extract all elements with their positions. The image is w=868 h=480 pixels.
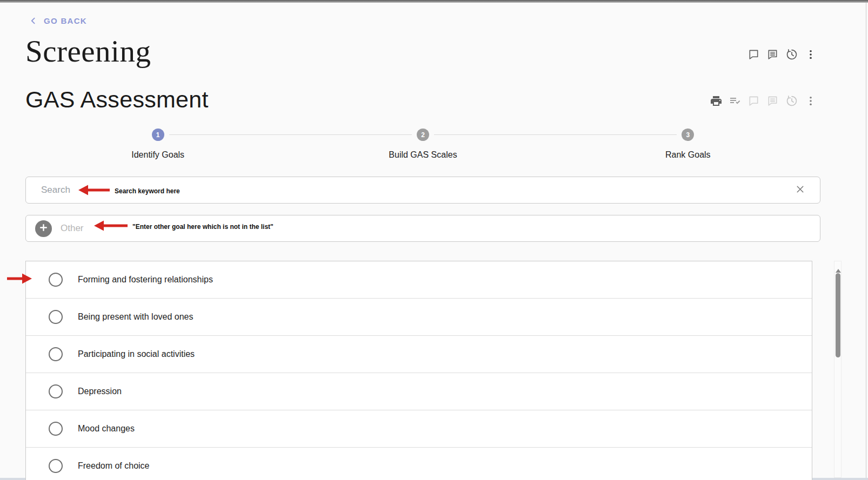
other-goal-input[interactable] xyxy=(52,222,820,234)
goal-option[interactable]: Forming and fostering relationships xyxy=(26,261,812,299)
plus-icon xyxy=(39,223,48,234)
search-input[interactable] xyxy=(26,184,794,196)
stepper-connector xyxy=(25,134,147,135)
step-number-badge: 2 xyxy=(417,129,429,141)
playlist-check-icon xyxy=(729,94,742,107)
goal-option[interactable]: Depression xyxy=(26,373,812,410)
more-menu-icon xyxy=(805,95,817,107)
step-label: Rank Goals xyxy=(665,150,711,160)
goal-label: Forming and fostering relationships xyxy=(78,275,213,285)
goal-label: Freedom of choice xyxy=(78,461,150,471)
stepper-step-identify-goals[interactable]: 1 Identify Goals xyxy=(25,129,290,160)
close-icon xyxy=(794,184,806,197)
step-label: Build GAS Scales xyxy=(389,150,457,160)
comment-filled-button[interactable] xyxy=(766,48,779,61)
radio-icon[interactable] xyxy=(49,310,63,324)
scrollbar-thumb[interactable] xyxy=(836,273,840,357)
history-icon xyxy=(785,48,798,61)
step-label: Identify Goals xyxy=(131,150,184,160)
goal-label: Depression xyxy=(78,387,122,396)
more-menu-icon xyxy=(805,49,817,60)
goal-label: Participating in social activities xyxy=(78,349,195,359)
goal-label: Being present with loved ones xyxy=(78,312,193,322)
search-box xyxy=(25,177,820,204)
form-title: GAS Assessment xyxy=(25,86,209,113)
other-goal-box xyxy=(25,215,820,242)
stepper-step-rank-goals[interactable]: 3 Rank Goals xyxy=(556,129,820,160)
more-menu-button[interactable] xyxy=(804,94,817,107)
stepper-connector xyxy=(434,134,556,135)
radio-icon[interactable] xyxy=(49,384,63,398)
go-back-link[interactable]: GO BACK xyxy=(30,16,87,25)
window-right-edge xyxy=(866,3,868,480)
step-number-badge: 3 xyxy=(682,129,694,141)
comment-button[interactable] xyxy=(747,48,760,61)
stepper-connector xyxy=(556,134,677,135)
page-title: Screening xyxy=(25,33,151,69)
chevron-left-icon xyxy=(30,17,37,24)
comment-icon xyxy=(747,48,760,60)
comment-filled-button-disabled[interactable] xyxy=(766,94,779,107)
history-button[interactable] xyxy=(785,48,798,61)
window-top-edge xyxy=(0,0,868,3)
playlist-check-button[interactable] xyxy=(728,94,742,107)
comment-button-disabled[interactable] xyxy=(747,94,760,107)
goal-option[interactable]: Being present with loved ones xyxy=(26,299,812,336)
go-back-label: GO BACK xyxy=(44,16,87,25)
screening-page: GO BACK Screening GAS Assessment xyxy=(0,0,868,480)
more-menu-button[interactable] xyxy=(804,48,817,61)
goal-option[interactable]: Participating in social activities xyxy=(26,336,812,373)
goal-option[interactable]: Freedom of choice xyxy=(26,448,812,480)
step-number-badge: 1 xyxy=(152,129,164,141)
radio-icon[interactable] xyxy=(49,422,63,436)
goal-label: Mood changes xyxy=(78,424,135,434)
assessment-actions xyxy=(709,94,817,107)
print-button[interactable] xyxy=(709,94,723,107)
radio-icon[interactable] xyxy=(49,273,63,287)
add-other-goal-button[interactable] xyxy=(35,220,52,237)
clear-search-button[interactable] xyxy=(794,184,820,197)
stepper-connector xyxy=(699,134,820,135)
page-actions xyxy=(747,48,817,61)
goal-list: Forming and fostering relationships Bein… xyxy=(25,261,812,480)
history-button-disabled[interactable] xyxy=(785,94,798,107)
comment-icon xyxy=(747,94,760,107)
history-icon xyxy=(785,94,798,107)
radio-icon[interactable] xyxy=(49,347,63,361)
comment-filled-icon xyxy=(766,94,779,107)
print-icon xyxy=(710,94,723,107)
radio-icon[interactable] xyxy=(49,459,63,473)
stepper-step-build-gas-scales[interactable]: 2 Build GAS Scales xyxy=(290,129,555,160)
stepper-connector xyxy=(290,134,412,135)
scrollbar[interactable] xyxy=(834,261,842,478)
stepper: 1 Identify Goals 2 Build GAS Scales 3 Ra… xyxy=(25,129,820,160)
stepper-connector xyxy=(169,134,291,135)
goal-option[interactable]: Mood changes xyxy=(26,410,812,448)
comment-filled-icon xyxy=(766,48,779,60)
